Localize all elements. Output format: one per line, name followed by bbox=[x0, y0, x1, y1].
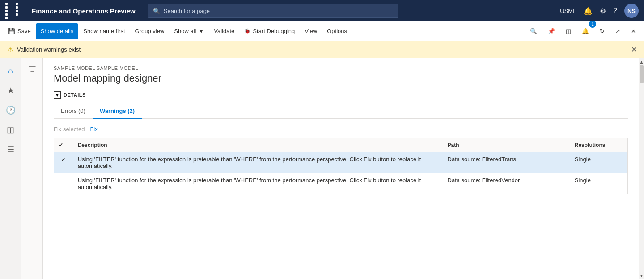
command-bar: 💾 Save Show details Show name first Grou… bbox=[0, 21, 644, 41]
tab-warnings[interactable]: Warnings (2) bbox=[93, 104, 142, 119]
row-description: Using 'FILTER' function for the expressi… bbox=[73, 152, 443, 173]
grid-menu-icon[interactable] bbox=[5, 3, 25, 19]
sidebar-item-home[interactable]: ⌂ bbox=[2, 62, 20, 80]
help-icon[interactable]: ? bbox=[613, 7, 617, 15]
show-name-first-button[interactable]: Show name first bbox=[79, 23, 129, 39]
validation-bar: ⚠ Validation warnings exist ✕ bbox=[0, 41, 644, 58]
notification-badge: 1 bbox=[589, 21, 596, 28]
debug-icon: 🐞 bbox=[244, 28, 250, 34]
save-icon: 💾 bbox=[8, 28, 15, 34]
sidebar-item-workspace[interactable]: ◫ bbox=[2, 121, 20, 139]
table-row[interactable]: ✓ Using 'FILTER' function for the expres… bbox=[54, 152, 628, 173]
settings-icon[interactable]: ⚙ bbox=[600, 7, 606, 15]
filter-icon[interactable] bbox=[25, 62, 39, 76]
scroll-down-arrow[interactable]: ▼ bbox=[639, 272, 644, 279]
validate-button[interactable]: Validate bbox=[209, 23, 239, 39]
row-check-cell[interactable] bbox=[54, 173, 73, 194]
save-button[interactable]: 💾 Save bbox=[4, 23, 35, 39]
top-nav: Finance and Operations Preview 🔍 Search … bbox=[0, 0, 644, 21]
panel-icon[interactable]: ◫ bbox=[561, 23, 576, 39]
col-resolutions: Resolutions bbox=[570, 138, 627, 152]
left-sidebar: ⌂ ★ 🕐 ◫ ☰ bbox=[0, 58, 21, 279]
options-button[interactable]: Options bbox=[322, 23, 352, 39]
refresh-icon[interactable]: ↻ bbox=[595, 23, 609, 39]
external-link-icon[interactable]: ↗ bbox=[611, 23, 625, 39]
table-header-row: ✓ Description Path Resolutions bbox=[54, 138, 628, 152]
avatar[interactable]: NS bbox=[624, 4, 639, 18]
app-title: Finance and Operations Preview bbox=[32, 7, 136, 15]
pin-icon[interactable]: 📌 bbox=[543, 23, 559, 39]
col-check: ✓ bbox=[54, 138, 73, 152]
sidebar-item-recent[interactable]: 🕐 bbox=[2, 101, 20, 119]
row-description: Using 'FILTER' function for the expressi… bbox=[73, 173, 443, 194]
row-resolution: Single bbox=[570, 173, 627, 194]
validation-message: Validation warnings exist bbox=[17, 46, 80, 53]
chevron-down-icon: ▼ bbox=[198, 28, 204, 34]
view-button[interactable]: View bbox=[300, 23, 322, 39]
sidebar-item-favorites[interactable]: ★ bbox=[2, 82, 20, 99]
fix-button[interactable]: Fix bbox=[90, 126, 97, 133]
tab-errors[interactable]: Errors (0) bbox=[54, 104, 93, 119]
row-path: Data source: FilteredVendor bbox=[443, 173, 570, 194]
row-path: Data source: FilteredTrans bbox=[443, 152, 570, 173]
collapse-button[interactable]: ▼ bbox=[54, 91, 61, 99]
close-icon[interactable]: ✕ bbox=[627, 23, 640, 39]
search-bar[interactable]: 🔍 Search for a page bbox=[148, 4, 398, 18]
breadcrumb: SAMPLE MODEL SAMPLE MODEL bbox=[54, 65, 628, 71]
notifications-cmd-icon[interactable]: 🔔 1 bbox=[577, 23, 593, 39]
user-code: USMF bbox=[560, 8, 576, 14]
content-area: SAMPLE MODEL SAMPLE MODEL Model mapping … bbox=[43, 58, 639, 279]
group-view-button[interactable]: Group view bbox=[131, 23, 169, 39]
main-layout: ⌂ ★ 🕐 ◫ ☰ SAMPLE MODEL SAMPLE MODEL Mode… bbox=[0, 58, 644, 279]
row-checkmark: ✓ bbox=[61, 156, 66, 163]
search-icon: 🔍 bbox=[153, 8, 160, 14]
show-details-button[interactable]: Show details bbox=[36, 23, 78, 39]
details-label: DETAILS bbox=[64, 92, 86, 98]
show-all-dropdown[interactable]: Show all ▼ bbox=[169, 23, 208, 39]
notification-icon[interactable]: 🔔 bbox=[584, 7, 593, 15]
fix-selected-button: Fix selected bbox=[54, 126, 85, 133]
checkmark-icon: ✓ bbox=[59, 142, 63, 148]
search-cmd-icon[interactable]: 🔍 bbox=[525, 23, 542, 39]
col-path: Path bbox=[443, 138, 570, 152]
warnings-table: ✓ Description Path Resolutions ✓ Using '… bbox=[54, 138, 628, 194]
top-nav-right: USMF 🔔 ⚙ ? NS bbox=[560, 4, 639, 18]
page-title: Model mapping designer bbox=[54, 73, 628, 84]
filter-sidebar bbox=[21, 58, 43, 279]
warning-icon: ⚠ bbox=[7, 45, 13, 54]
col-description: Description bbox=[73, 138, 443, 152]
action-row: Fix selected Fix bbox=[54, 126, 628, 133]
vertical-scrollbar[interactable]: ▲ ▼ bbox=[639, 58, 644, 279]
search-placeholder: Search for a page bbox=[164, 8, 210, 14]
validation-close-button[interactable]: ✕ bbox=[631, 45, 637, 54]
details-header[interactable]: ▼ DETAILS bbox=[54, 91, 628, 99]
row-resolution: Single bbox=[570, 152, 627, 173]
scroll-track[interactable] bbox=[639, 65, 644, 272]
table-row[interactable]: Using 'FILTER' function for the expressi… bbox=[54, 173, 628, 194]
scroll-up-arrow[interactable]: ▲ bbox=[639, 58, 644, 65]
start-debugging-button[interactable]: 🐞 Start Debugging bbox=[240, 23, 299, 39]
sidebar-item-list[interactable]: ☰ bbox=[2, 141, 20, 159]
row-check-cell[interactable]: ✓ bbox=[54, 152, 73, 173]
scroll-thumb[interactable] bbox=[640, 65, 644, 83]
tabs-container: Errors (0) Warnings (2) bbox=[54, 104, 628, 119]
show-all-button[interactable]: Show all ▼ bbox=[169, 23, 208, 39]
cmd-right-actions: 🔍 📌 ◫ 🔔 1 ↻ ↗ ✕ bbox=[525, 23, 640, 39]
